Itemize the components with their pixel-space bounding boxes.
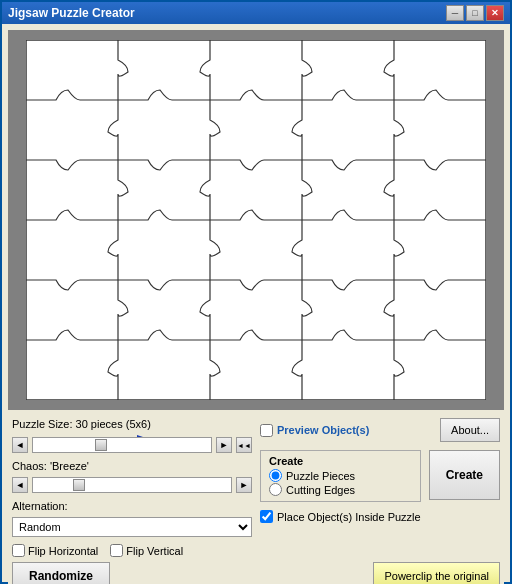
create-radio-group: Create Puzzle Pieces Cutting Edges [260, 450, 421, 502]
create-section: Create Puzzle Pieces Cutting Edges Creat… [260, 450, 500, 502]
cutting-edges-radio-item: Cutting Edges [269, 483, 412, 496]
chaos-slider-row: ◄ ► [12, 477, 252, 493]
size-double-right-button[interactable]: ◄◄ [236, 437, 252, 453]
flip-horizontal-item: Flip Horizontal [12, 544, 98, 557]
preview-about-row: Preview Object(s) About... [260, 418, 500, 442]
main-window: Jigsaw Puzzle Creator ─ □ ✕ .piece { fil… [0, 0, 512, 584]
puzzle-size-section: Puzzle Size: 30 pieces (5x6) [12, 418, 252, 430]
flip-vertical-item: Flip Vertical [110, 544, 183, 557]
chaos-right-button[interactable]: ► [236, 477, 252, 493]
maximize-button[interactable]: □ [466, 5, 484, 21]
right-controls: Preview Object(s) About... Create Puzzle… [260, 418, 500, 523]
close-button[interactable]: ✕ [486, 5, 504, 21]
flip-horizontal-checkbox[interactable] [12, 544, 25, 557]
chaos-slider-thumb[interactable] [73, 479, 85, 491]
left-controls: Puzzle Size: 30 pieces (5x6) ◄ ► [12, 418, 252, 557]
flip-horizontal-label: Flip Horizontal [28, 545, 98, 557]
cutting-edges-label: Cutting Edges [286, 484, 355, 496]
controls-area: Puzzle Size: 30 pieces (5x6) ◄ ► [8, 414, 504, 584]
place-inside-label: Place Object(s) Inside Puzzle [277, 511, 421, 523]
size-slider-thumb[interactable] [95, 439, 107, 451]
puzzle-pieces-label: Puzzle Pieces [286, 470, 355, 482]
puzzle-area: .piece { fill: white; stroke: #333; stro… [8, 30, 504, 410]
place-inside-item: Place Object(s) Inside Puzzle [260, 510, 500, 523]
top-controls-row: Puzzle Size: 30 pieces (5x6) ◄ ► [12, 418, 500, 557]
window-content: .piece { fill: white; stroke: #333; stro… [2, 24, 510, 584]
puzzle-size-slider-row: ◄ ► ◄◄ [12, 437, 252, 453]
chaos-label: Chaos: 'Breeze' [12, 460, 252, 472]
bottom-row: Randomize Powerclip the original [12, 562, 500, 584]
randomize-button[interactable]: Randomize [12, 562, 110, 584]
create-button[interactable]: Create [429, 450, 500, 500]
puzzle-pieces-radio-item: Puzzle Pieces [269, 469, 412, 482]
puzzle-size-label: Puzzle Size: 30 pieces (5x6) [12, 418, 151, 430]
chaos-slider-track[interactable] [32, 477, 232, 493]
size-slider-track[interactable] [32, 437, 212, 453]
flip-checkboxes: Flip Horizontal Flip Vertical [12, 544, 252, 557]
size-right-button[interactable]: ► [216, 437, 232, 453]
flip-vertical-label: Flip Vertical [126, 545, 183, 557]
chaos-left-button[interactable]: ◄ [12, 477, 28, 493]
size-left-button[interactable]: ◄ [12, 437, 28, 453]
puzzle-svg: .piece { fill: white; stroke: #333; stro… [26, 40, 486, 400]
puzzle-pieces-radio[interactable] [269, 469, 282, 482]
alternation-select[interactable]: Random [12, 517, 252, 537]
minimize-button[interactable]: ─ [446, 5, 464, 21]
window-title: Jigsaw Puzzle Creator [8, 6, 135, 20]
cutting-edges-radio[interactable] [269, 483, 282, 496]
preview-checkbox[interactable] [260, 424, 273, 437]
preview-check-item: Preview Object(s) [260, 424, 369, 437]
powerclip-button[interactable]: Powerclip the original [373, 562, 500, 584]
puzzle-canvas: .piece { fill: white; stroke: #333; stro… [26, 40, 486, 400]
place-inside-checkbox[interactable] [260, 510, 273, 523]
title-bar: Jigsaw Puzzle Creator ─ □ ✕ [2, 2, 510, 24]
about-button[interactable]: About... [440, 418, 500, 442]
preview-label: Preview Object(s) [277, 424, 369, 436]
alternation-row: Random [12, 517, 252, 537]
flip-vertical-checkbox[interactable] [110, 544, 123, 557]
create-group-label: Create [269, 455, 412, 467]
title-bar-buttons: ─ □ ✕ [446, 5, 504, 21]
alternation-label: Alternation: [12, 500, 252, 512]
